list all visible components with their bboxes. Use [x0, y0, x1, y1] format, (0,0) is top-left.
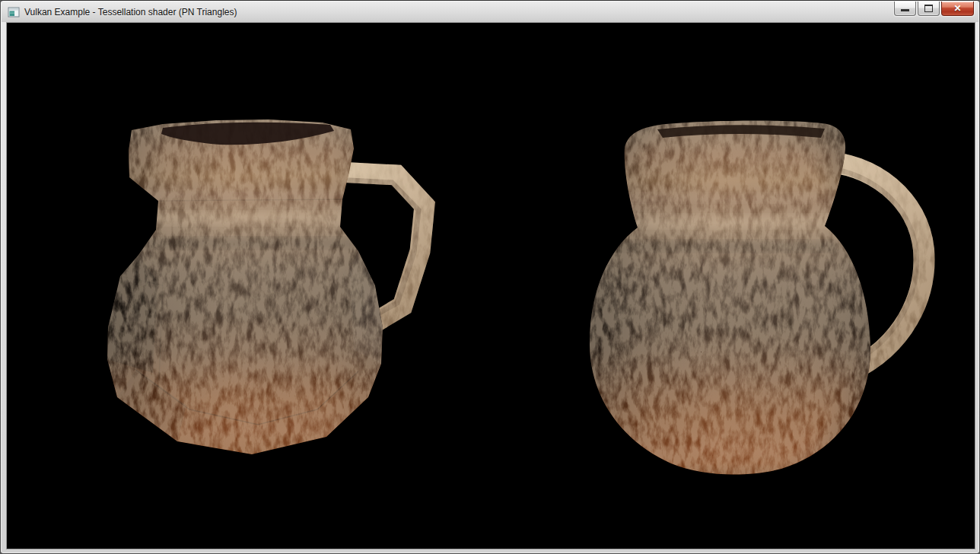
- minimize-icon: [901, 9, 909, 11]
- window-controls: ✕: [892, 2, 974, 16]
- vulkan-example-window: Vulkan Example - Tessellation shader (PN…: [0, 0, 980, 554]
- title-bar[interactable]: Vulkan Example - Tessellation shader (PN…: [2, 2, 978, 22]
- application-icon[interactable]: [8, 6, 20, 18]
- jug-tessellated-model: [570, 99, 924, 495]
- jug-low-poly-model: [98, 119, 425, 479]
- window-title: Vulkan Example - Tessellation shader (PN…: [24, 7, 237, 18]
- maximize-icon: [924, 5, 933, 12]
- render-viewport[interactable]: [7, 23, 975, 549]
- close-button[interactable]: ✕: [941, 2, 974, 16]
- maximize-button[interactable]: [918, 2, 940, 16]
- minimize-button[interactable]: [894, 2, 916, 16]
- close-icon: ✕: [953, 4, 961, 13]
